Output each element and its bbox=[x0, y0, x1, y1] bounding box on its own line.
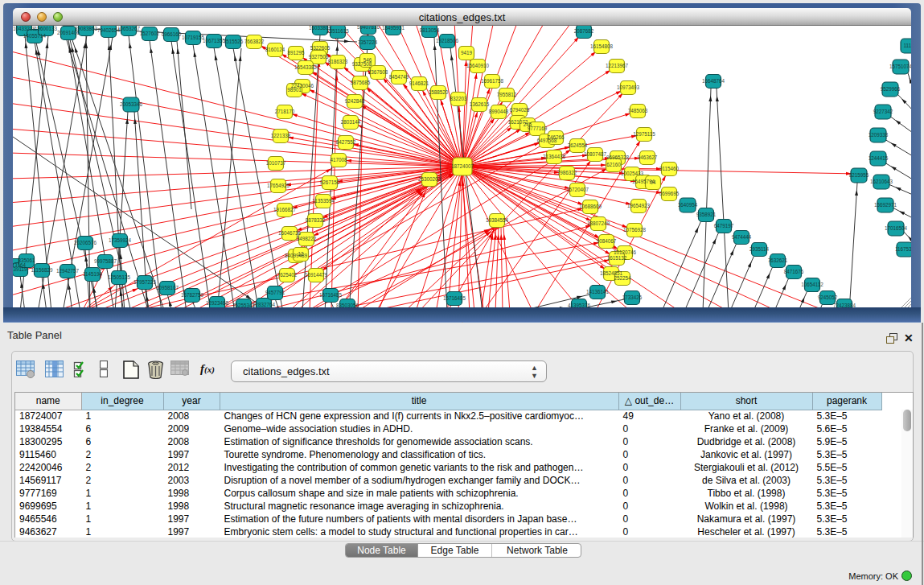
svg-text:9463627: 9463627 bbox=[638, 154, 658, 160]
svg-text:891295: 891295 bbox=[287, 50, 305, 56]
svg-text:832203: 832203 bbox=[450, 96, 467, 101]
svg-text:8990448: 8990448 bbox=[489, 109, 509, 114]
svg-text:1010737: 1010737 bbox=[266, 160, 286, 166]
svg-text:9327503: 9327503 bbox=[309, 54, 329, 60]
svg-text:12923468: 12923468 bbox=[206, 300, 229, 306]
svg-text:16543382: 16543382 bbox=[294, 64, 318, 70]
svg-text:16782759: 16782759 bbox=[181, 292, 204, 298]
svg-text:7986322: 7986322 bbox=[557, 170, 577, 175]
svg-text:8427552: 8427552 bbox=[336, 139, 356, 145]
svg-text:5322605: 5322605 bbox=[310, 45, 331, 51]
svg-text:1221338: 1221338 bbox=[271, 133, 291, 138]
svg-text:6479197: 6479197 bbox=[714, 223, 734, 229]
svg-text:1244415: 1244415 bbox=[869, 155, 889, 161]
svg-text:84099489: 84099489 bbox=[285, 253, 308, 258]
svg-text:14136141: 14136141 bbox=[586, 289, 610, 295]
svg-text:15716485: 15716485 bbox=[319, 292, 343, 298]
svg-text:19218506: 19218506 bbox=[436, 38, 459, 43]
svg-text:7625402: 7625402 bbox=[277, 272, 298, 278]
svg-text:16046736: 16046736 bbox=[278, 230, 302, 236]
svg-text:19166827: 19166827 bbox=[273, 207, 297, 212]
svg-text:9084067: 9084067 bbox=[597, 238, 617, 244]
svg-text:2718170: 2718170 bbox=[275, 109, 295, 114]
svg-text:15720407: 15720407 bbox=[566, 187, 589, 192]
svg-text:7515526: 7515526 bbox=[224, 39, 244, 44]
svg-text:17359924: 17359924 bbox=[109, 237, 132, 243]
svg-text:8215955: 8215955 bbox=[849, 172, 869, 178]
svg-text:16914479: 16914479 bbox=[305, 272, 328, 278]
svg-text:417008: 417008 bbox=[330, 157, 347, 163]
svg-text:17016504: 17016504 bbox=[885, 225, 908, 231]
svg-text:1615132: 1615132 bbox=[607, 255, 627, 261]
svg-text:1733426: 1733426 bbox=[622, 295, 643, 300]
svg-text:10756928: 10756928 bbox=[623, 227, 647, 233]
svg-text:835061: 835061 bbox=[18, 257, 35, 263]
svg-text:15751074: 15751074 bbox=[889, 64, 911, 69]
svg-text:9245052: 9245052 bbox=[818, 295, 838, 300]
svg-text:20053346: 20053346 bbox=[120, 101, 143, 107]
svg-text:23511615: 23511615 bbox=[326, 28, 349, 34]
svg-text:10433218: 10433218 bbox=[13, 26, 35, 31]
svg-text:9474444: 9474444 bbox=[732, 234, 752, 240]
svg-text:10025433: 10025433 bbox=[621, 171, 644, 176]
svg-text:9267150: 9267150 bbox=[320, 179, 340, 185]
svg-text:25300203: 25300203 bbox=[418, 176, 441, 182]
svg-text:2803144: 2803144 bbox=[341, 119, 361, 125]
svg-text:8878332: 8878332 bbox=[306, 217, 326, 223]
svg-text:1362615: 1362615 bbox=[470, 101, 490, 107]
svg-text:9777169: 9777169 bbox=[528, 126, 548, 131]
svg-text:9529966: 9529966 bbox=[881, 86, 901, 92]
svg-text:2935114: 2935114 bbox=[749, 246, 770, 252]
svg-text:7485063: 7485063 bbox=[628, 108, 648, 113]
svg-text:1640954: 1640954 bbox=[678, 202, 698, 208]
svg-text:9242848: 9242848 bbox=[345, 98, 365, 104]
svg-text:0699695: 0699695 bbox=[659, 191, 680, 196]
svg-text:99975887: 99975887 bbox=[94, 258, 117, 264]
svg-text:6966160: 6966160 bbox=[162, 31, 182, 37]
svg-text:1209338: 1209338 bbox=[869, 132, 889, 138]
svg-text:8186323: 8186323 bbox=[328, 59, 348, 64]
svg-text:10654112: 10654112 bbox=[801, 282, 823, 287]
svg-text:546: 546 bbox=[363, 57, 372, 63]
svg-text:6794028: 6794028 bbox=[510, 107, 530, 113]
svg-text:9146821: 9146821 bbox=[409, 80, 429, 86]
svg-text:3624554: 3624554 bbox=[568, 142, 588, 148]
svg-text:7632621: 7632621 bbox=[768, 257, 788, 263]
svg-text:16154808: 16154808 bbox=[590, 43, 614, 49]
svg-text:04: 04 bbox=[650, 179, 656, 185]
svg-text:8471676: 8471676 bbox=[784, 269, 804, 274]
svg-text:1527602: 1527602 bbox=[140, 31, 160, 36]
svg-text:10671355: 10671355 bbox=[203, 38, 226, 43]
svg-text:16648764: 16648764 bbox=[702, 78, 725, 84]
svg-text:16961758: 16961758 bbox=[481, 78, 504, 84]
svg-text:14055714: 14055714 bbox=[23, 33, 47, 39]
svg-text:21364436: 21364436 bbox=[543, 154, 566, 159]
svg-text:17654925: 17654925 bbox=[267, 183, 290, 188]
svg-text:12975115: 12975115 bbox=[633, 131, 655, 137]
svg-text:39119: 39119 bbox=[13, 266, 27, 272]
svg-text:1145194: 1145194 bbox=[83, 271, 103, 277]
svg-text:12505135: 12505135 bbox=[108, 274, 131, 280]
svg-text:5875685: 5875685 bbox=[351, 80, 371, 85]
svg-text:9358921: 9358921 bbox=[696, 212, 717, 217]
svg-text:17957225: 17957225 bbox=[133, 279, 157, 285]
svg-text:10973493: 10973493 bbox=[617, 84, 640, 90]
svg-text:12942757: 12942757 bbox=[56, 268, 80, 274]
svg-text:10807487: 10807487 bbox=[584, 151, 607, 157]
svg-text:7955812: 7955812 bbox=[497, 92, 517, 97]
svg-text:16210643: 16210643 bbox=[870, 179, 893, 184]
svg-text:1167533: 1167533 bbox=[895, 246, 911, 252]
svg-text:1588520: 1588520 bbox=[429, 89, 449, 95]
svg-text:9419: 9419 bbox=[461, 50, 473, 56]
svg-text:15640910: 15640910 bbox=[466, 63, 490, 68]
svg-text:20206576: 20206576 bbox=[74, 240, 97, 245]
svg-text:8160124: 8160124 bbox=[265, 47, 285, 52]
svg-text:252254: 252254 bbox=[614, 275, 631, 281]
svg-text:89083863: 89083863 bbox=[75, 26, 98, 31]
svg-text:92832764: 92832764 bbox=[253, 302, 276, 307]
svg-text:10653267: 10653267 bbox=[117, 26, 141, 31]
svg-text:12: 12 bbox=[298, 251, 304, 257]
svg-text:8813054: 8813054 bbox=[420, 27, 440, 33]
svg-text:19600133: 19600133 bbox=[35, 26, 58, 31]
svg-text:10688609: 10688609 bbox=[579, 204, 602, 209]
